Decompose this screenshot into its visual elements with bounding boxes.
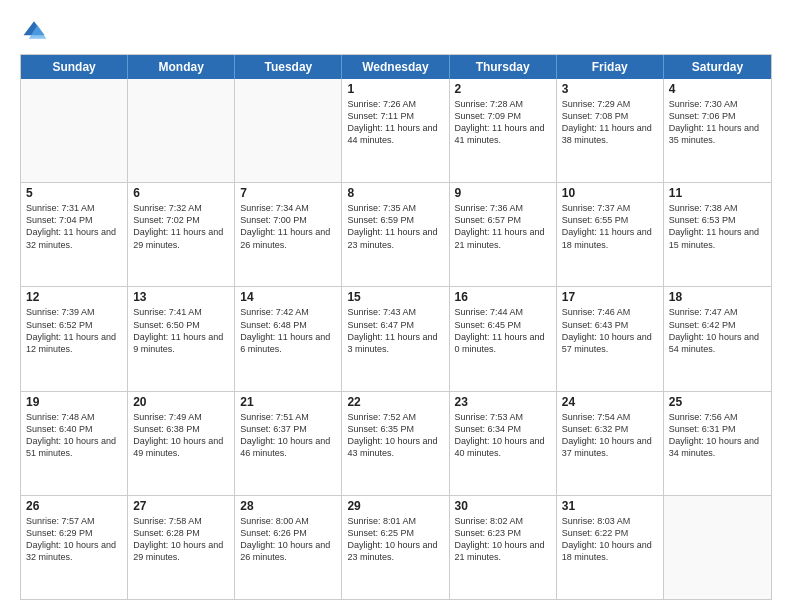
day-cell-29: 29Sunrise: 8:01 AM Sunset: 6:25 PM Dayli… xyxy=(342,496,449,599)
day-cell-6: 6Sunrise: 7:32 AM Sunset: 7:02 PM Daylig… xyxy=(128,183,235,286)
day-header-saturday: Saturday xyxy=(664,55,771,79)
day-number: 28 xyxy=(240,499,336,513)
day-number: 31 xyxy=(562,499,658,513)
calendar-week-5: 26Sunrise: 7:57 AM Sunset: 6:29 PM Dayli… xyxy=(21,496,771,599)
day-info: Sunrise: 7:37 AM Sunset: 6:55 PM Dayligh… xyxy=(562,202,658,251)
day-cell-17: 17Sunrise: 7:46 AM Sunset: 6:43 PM Dayli… xyxy=(557,287,664,390)
day-cell-31: 31Sunrise: 8:03 AM Sunset: 6:22 PM Dayli… xyxy=(557,496,664,599)
day-info: Sunrise: 7:29 AM Sunset: 7:08 PM Dayligh… xyxy=(562,98,658,147)
day-number: 2 xyxy=(455,82,551,96)
calendar-week-4: 19Sunrise: 7:48 AM Sunset: 6:40 PM Dayli… xyxy=(21,392,771,496)
day-header-thursday: Thursday xyxy=(450,55,557,79)
empty-cell xyxy=(235,79,342,182)
day-cell-9: 9Sunrise: 7:36 AM Sunset: 6:57 PM Daylig… xyxy=(450,183,557,286)
day-number: 29 xyxy=(347,499,443,513)
day-cell-26: 26Sunrise: 7:57 AM Sunset: 6:29 PM Dayli… xyxy=(21,496,128,599)
calendar-week-1: 1Sunrise: 7:26 AM Sunset: 7:11 PM Daylig… xyxy=(21,79,771,183)
day-cell-20: 20Sunrise: 7:49 AM Sunset: 6:38 PM Dayli… xyxy=(128,392,235,495)
day-info: Sunrise: 7:34 AM Sunset: 7:00 PM Dayligh… xyxy=(240,202,336,251)
day-number: 9 xyxy=(455,186,551,200)
day-number: 8 xyxy=(347,186,443,200)
day-cell-1: 1Sunrise: 7:26 AM Sunset: 7:11 PM Daylig… xyxy=(342,79,449,182)
empty-cell xyxy=(664,496,771,599)
day-number: 4 xyxy=(669,82,766,96)
day-cell-10: 10Sunrise: 7:37 AM Sunset: 6:55 PM Dayli… xyxy=(557,183,664,286)
day-number: 3 xyxy=(562,82,658,96)
day-number: 26 xyxy=(26,499,122,513)
calendar-grid: SundayMondayTuesdayWednesdayThursdayFrid… xyxy=(20,54,772,600)
day-info: Sunrise: 7:48 AM Sunset: 6:40 PM Dayligh… xyxy=(26,411,122,460)
day-header-wednesday: Wednesday xyxy=(342,55,449,79)
day-info: Sunrise: 7:32 AM Sunset: 7:02 PM Dayligh… xyxy=(133,202,229,251)
day-number: 11 xyxy=(669,186,766,200)
day-header-monday: Monday xyxy=(128,55,235,79)
day-number: 21 xyxy=(240,395,336,409)
calendar-week-3: 12Sunrise: 7:39 AM Sunset: 6:52 PM Dayli… xyxy=(21,287,771,391)
day-number: 10 xyxy=(562,186,658,200)
day-number: 14 xyxy=(240,290,336,304)
day-number: 7 xyxy=(240,186,336,200)
day-number: 17 xyxy=(562,290,658,304)
day-number: 24 xyxy=(562,395,658,409)
day-info: Sunrise: 7:57 AM Sunset: 6:29 PM Dayligh… xyxy=(26,515,122,564)
day-header-friday: Friday xyxy=(557,55,664,79)
day-number: 5 xyxy=(26,186,122,200)
day-number: 25 xyxy=(669,395,766,409)
day-cell-19: 19Sunrise: 7:48 AM Sunset: 6:40 PM Dayli… xyxy=(21,392,128,495)
day-cell-5: 5Sunrise: 7:31 AM Sunset: 7:04 PM Daylig… xyxy=(21,183,128,286)
day-info: Sunrise: 7:54 AM Sunset: 6:32 PM Dayligh… xyxy=(562,411,658,460)
day-cell-12: 12Sunrise: 7:39 AM Sunset: 6:52 PM Dayli… xyxy=(21,287,128,390)
day-info: Sunrise: 7:41 AM Sunset: 6:50 PM Dayligh… xyxy=(133,306,229,355)
day-cell-27: 27Sunrise: 7:58 AM Sunset: 6:28 PM Dayli… xyxy=(128,496,235,599)
empty-cell xyxy=(128,79,235,182)
day-number: 22 xyxy=(347,395,443,409)
day-number: 16 xyxy=(455,290,551,304)
empty-cell xyxy=(21,79,128,182)
day-info: Sunrise: 7:38 AM Sunset: 6:53 PM Dayligh… xyxy=(669,202,766,251)
day-info: Sunrise: 8:03 AM Sunset: 6:22 PM Dayligh… xyxy=(562,515,658,564)
day-info: Sunrise: 7:35 AM Sunset: 6:59 PM Dayligh… xyxy=(347,202,443,251)
day-info: Sunrise: 7:51 AM Sunset: 6:37 PM Dayligh… xyxy=(240,411,336,460)
day-info: Sunrise: 7:43 AM Sunset: 6:47 PM Dayligh… xyxy=(347,306,443,355)
day-number: 1 xyxy=(347,82,443,96)
day-number: 19 xyxy=(26,395,122,409)
logo-icon xyxy=(20,16,48,44)
day-header-tuesday: Tuesday xyxy=(235,55,342,79)
day-cell-3: 3Sunrise: 7:29 AM Sunset: 7:08 PM Daylig… xyxy=(557,79,664,182)
day-cell-8: 8Sunrise: 7:35 AM Sunset: 6:59 PM Daylig… xyxy=(342,183,449,286)
day-header-sunday: Sunday xyxy=(21,55,128,79)
day-info: Sunrise: 7:46 AM Sunset: 6:43 PM Dayligh… xyxy=(562,306,658,355)
day-cell-16: 16Sunrise: 7:44 AM Sunset: 6:45 PM Dayli… xyxy=(450,287,557,390)
day-cell-28: 28Sunrise: 8:00 AM Sunset: 6:26 PM Dayli… xyxy=(235,496,342,599)
day-number: 23 xyxy=(455,395,551,409)
day-info: Sunrise: 7:26 AM Sunset: 7:11 PM Dayligh… xyxy=(347,98,443,147)
day-cell-7: 7Sunrise: 7:34 AM Sunset: 7:00 PM Daylig… xyxy=(235,183,342,286)
day-info: Sunrise: 7:49 AM Sunset: 6:38 PM Dayligh… xyxy=(133,411,229,460)
day-cell-24: 24Sunrise: 7:54 AM Sunset: 6:32 PM Dayli… xyxy=(557,392,664,495)
day-number: 13 xyxy=(133,290,229,304)
day-info: Sunrise: 7:30 AM Sunset: 7:06 PM Dayligh… xyxy=(669,98,766,147)
day-number: 15 xyxy=(347,290,443,304)
day-cell-4: 4Sunrise: 7:30 AM Sunset: 7:06 PM Daylig… xyxy=(664,79,771,182)
day-info: Sunrise: 8:01 AM Sunset: 6:25 PM Dayligh… xyxy=(347,515,443,564)
day-info: Sunrise: 7:28 AM Sunset: 7:09 PM Dayligh… xyxy=(455,98,551,147)
day-number: 18 xyxy=(669,290,766,304)
calendar-body: 1Sunrise: 7:26 AM Sunset: 7:11 PM Daylig… xyxy=(21,79,771,599)
day-number: 30 xyxy=(455,499,551,513)
day-info: Sunrise: 7:47 AM Sunset: 6:42 PM Dayligh… xyxy=(669,306,766,355)
day-info: Sunrise: 7:44 AM Sunset: 6:45 PM Dayligh… xyxy=(455,306,551,355)
day-info: Sunrise: 7:31 AM Sunset: 7:04 PM Dayligh… xyxy=(26,202,122,251)
day-cell-21: 21Sunrise: 7:51 AM Sunset: 6:37 PM Dayli… xyxy=(235,392,342,495)
day-info: Sunrise: 7:52 AM Sunset: 6:35 PM Dayligh… xyxy=(347,411,443,460)
day-cell-13: 13Sunrise: 7:41 AM Sunset: 6:50 PM Dayli… xyxy=(128,287,235,390)
day-info: Sunrise: 7:42 AM Sunset: 6:48 PM Dayligh… xyxy=(240,306,336,355)
day-info: Sunrise: 7:58 AM Sunset: 6:28 PM Dayligh… xyxy=(133,515,229,564)
page-header xyxy=(20,16,772,44)
calendar-page: SundayMondayTuesdayWednesdayThursdayFrid… xyxy=(0,0,792,612)
day-info: Sunrise: 7:53 AM Sunset: 6:34 PM Dayligh… xyxy=(455,411,551,460)
logo xyxy=(20,16,52,44)
day-cell-2: 2Sunrise: 7:28 AM Sunset: 7:09 PM Daylig… xyxy=(450,79,557,182)
day-cell-11: 11Sunrise: 7:38 AM Sunset: 6:53 PM Dayli… xyxy=(664,183,771,286)
day-info: Sunrise: 7:39 AM Sunset: 6:52 PM Dayligh… xyxy=(26,306,122,355)
day-number: 6 xyxy=(133,186,229,200)
